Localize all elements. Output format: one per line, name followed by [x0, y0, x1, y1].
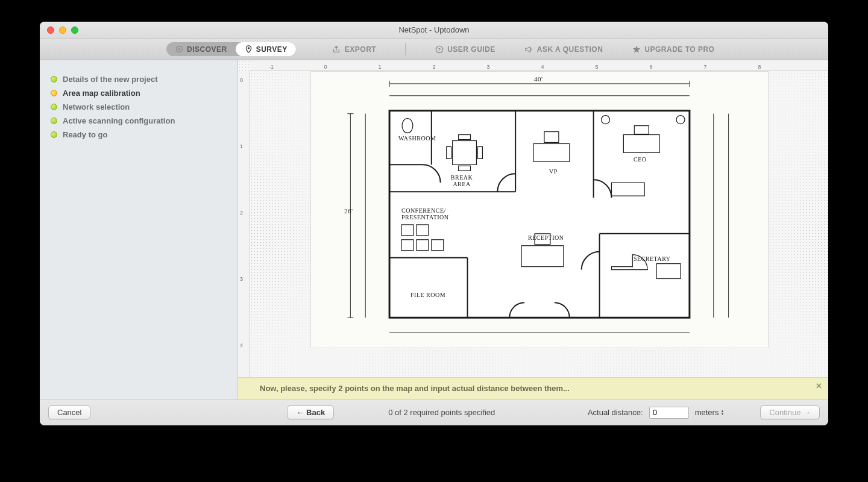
user-guide-button[interactable]: ? USER GUIDE: [435, 45, 495, 54]
room-label-secretary: Secretary: [634, 255, 671, 262]
toolbar-separator: [405, 43, 406, 55]
points-status: 0 of 2 required points specified: [388, 408, 495, 417]
minimize-window-button[interactable]: [59, 27, 66, 34]
star-icon: [632, 45, 641, 54]
step-label: Ready to go: [63, 130, 107, 139]
room-label-file: File Room: [410, 292, 445, 298]
toolbar: DISCOVER SURVEY EXPORT ? USER G: [40, 39, 828, 60]
discover-tab[interactable]: DISCOVER: [166, 42, 236, 56]
step-dot-icon: [51, 104, 57, 110]
export-button[interactable]: EXPORT: [332, 45, 376, 54]
survey-icon: [244, 45, 253, 54]
room-label-conference: Conference/ Presentation: [401, 207, 456, 221]
room-label-ceo: CEO: [634, 156, 647, 163]
step-dot-icon: [51, 76, 57, 83]
height-dimension-label: 26': [344, 207, 353, 214]
main-panel: -1 0 1 2 3 4 5 6 7 8 0 1 2 3 4: [238, 60, 828, 399]
app-window: NetSpot - Uptodown DISCOVER SURVEY: [40, 22, 828, 425]
close-hint-button[interactable]: ✕: [816, 381, 822, 390]
toolbar-links: EXPORT ? USER GUIDE ASK A QUESTION UPGRA…: [332, 43, 715, 55]
step-scanning[interactable]: Active scanning configuration: [51, 114, 227, 128]
distance-label: Actual distance:: [588, 408, 643, 417]
survey-tab[interactable]: SURVEY: [236, 42, 296, 56]
maximize-window-button[interactable]: [71, 27, 78, 34]
discover-tab-label: DISCOVER: [187, 45, 227, 54]
ask-label: ASK A QUESTION: [537, 45, 603, 54]
room-label-reception: Reception: [528, 234, 564, 241]
step-dot-icon: [51, 90, 57, 96]
back-button[interactable]: ← Back: [287, 405, 334, 419]
cancel-button[interactable]: Cancel: [48, 405, 90, 419]
traffic-lights: [47, 27, 78, 34]
svg-point-1: [178, 48, 180, 50]
horizontal-ruler: -1 0 1 2 3 4 5 6 7 8: [250, 60, 828, 71]
wizard-sidebar: Details of the new project Area map cali…: [40, 60, 238, 399]
step-details[interactable]: Details of the new project: [51, 72, 227, 86]
svg-point-2: [248, 47, 250, 49]
room-label-washroom: Washroom: [398, 135, 436, 142]
distance-input[interactable]: [649, 407, 689, 419]
room-label-vp: VP: [549, 168, 558, 175]
footer-bar: Cancel ← Back 0 of 2 required points spe…: [40, 399, 828, 425]
close-window-button[interactable]: [47, 27, 54, 34]
user-guide-label: USER GUIDE: [447, 45, 495, 54]
hint-banner: Now, please, specify 2 points on the map…: [238, 377, 828, 399]
step-calibration[interactable]: Area map calibration: [51, 86, 227, 100]
hint-text: Now, please, specify 2 points on the map…: [260, 384, 570, 393]
step-dot-icon: [51, 117, 57, 124]
step-ready[interactable]: Ready to go: [51, 128, 227, 142]
export-icon: [332, 45, 341, 54]
step-network[interactable]: Network selection: [51, 100, 227, 114]
step-label: Details of the new project: [63, 75, 157, 84]
upgrade-button[interactable]: UPGRADE TO PRO: [632, 45, 714, 54]
distance-row: Actual distance: meters ▲▼: [588, 407, 724, 419]
upgrade-label: UPGRADE TO PRO: [644, 45, 714, 54]
unit-label: meters: [695, 408, 719, 417]
step-dot-icon: [51, 131, 57, 138]
map-canvas[interactable]: -1 0 1 2 3 4 5 6 7 8 0 1 2 3 4: [238, 60, 828, 399]
discover-icon: [175, 45, 184, 54]
mode-segmented-control: DISCOVER SURVEY: [166, 42, 296, 56]
vertical-ruler: 0 1 2 3 4: [238, 71, 250, 399]
step-label: Area map calibration: [63, 89, 140, 98]
width-dimension-label: 40': [534, 75, 542, 83]
continue-button[interactable]: Continue →: [760, 405, 820, 419]
step-label: Active scanning configuration: [63, 116, 175, 125]
window-title: NetSpot - Uptodown: [40, 25, 828, 34]
floorplan-image[interactable]: Washroom Break Area VP CEO Conference/ P…: [310, 71, 769, 348]
megaphone-icon: [524, 45, 533, 54]
export-label: EXPORT: [345, 45, 376, 54]
body: Details of the new project Area map cali…: [40, 60, 828, 399]
help-icon: ?: [435, 45, 444, 54]
unit-stepper-icon: ▲▼: [720, 410, 724, 416]
step-label: Network selection: [63, 102, 130, 111]
survey-tab-label: SURVEY: [256, 45, 288, 54]
unit-selector[interactable]: meters ▲▼: [695, 408, 725, 417]
ask-question-button[interactable]: ASK A QUESTION: [524, 45, 603, 54]
titlebar: NetSpot - Uptodown: [40, 22, 828, 39]
room-label-break: Break Area: [447, 174, 477, 187]
svg-text:?: ?: [438, 47, 441, 52]
